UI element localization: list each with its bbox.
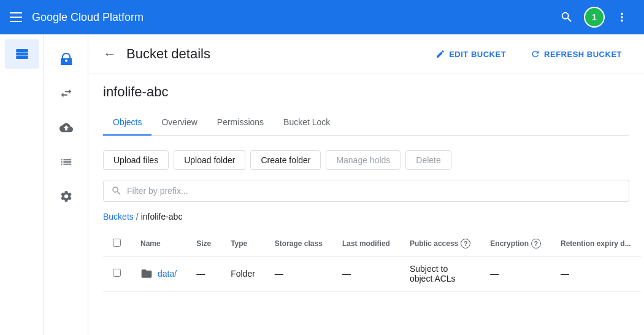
filter-bar (103, 180, 629, 202)
breadcrumb-buckets[interactable]: Buckets (103, 212, 134, 221)
app-title: Google Cloud Platform (32, 11, 545, 24)
breadcrumb: Buckets / infolife-abc (103, 212, 629, 221)
tab-bucket-lock[interactable]: Bucket Lock (274, 110, 340, 136)
main-content: ← Bucket details EDIT BUCKET REFRESH BUC… (88, 34, 644, 335)
top-navigation: Google Cloud Platform 1 (0, 0, 644, 34)
delete-button[interactable]: Delete (405, 150, 451, 170)
tab-permissions[interactable]: Permissions (207, 110, 274, 136)
col-storage-class: Storage class (265, 231, 332, 256)
edit-bucket-button[interactable]: EDIT BUCKET (428, 44, 513, 64)
col-encryption: Encryption ? (480, 231, 551, 256)
file-name-cell: data/ (140, 268, 177, 280)
manage-holds-button[interactable]: Manage holds (326, 150, 401, 170)
col-retention-expiry: Retention expiry d... (551, 231, 641, 256)
folder-icon (140, 268, 153, 280)
create-folder-button[interactable]: Create folder (250, 150, 321, 170)
page-header: ← Bucket details EDIT BUCKET REFRESH BUC… (88, 34, 644, 74)
more-options-icon[interactable] (610, 5, 634, 29)
select-all-checkbox[interactable] (113, 239, 121, 247)
edit-icon (435, 49, 445, 59)
refresh-bucket-button[interactable]: REFRESH BUCKET (523, 44, 629, 64)
file-type: Folder (221, 256, 265, 291)
col-type: Type (221, 231, 265, 256)
file-public-access: Subject to object ACLs (400, 256, 480, 291)
filter-search-icon (111, 185, 122, 196)
refresh-icon (531, 49, 540, 59)
file-storage-class: — (265, 256, 332, 291)
action-button-row: Upload files Upload folder Create folder… (103, 150, 629, 170)
col-last-modified: Last modified (332, 231, 400, 256)
breadcrumb-current: infolife-abc (141, 212, 183, 221)
file-name[interactable]: data/ (158, 269, 177, 279)
tab-bar: Objects Overview Permissions Bucket Lock (103, 110, 629, 136)
sidebar-item-storage[interactable] (5, 39, 39, 69)
col-size: Size (186, 231, 221, 256)
sub-item-bucket[interactable] (52, 44, 81, 74)
upload-folder-button[interactable]: Upload folder (174, 150, 245, 170)
back-button[interactable]: ← (103, 46, 117, 62)
filter-input[interactable] (127, 186, 621, 196)
row-checkbox[interactable] (113, 269, 121, 277)
table-header: Name Size Type Storage class Last modifi… (103, 231, 641, 256)
sub-item-transfer[interactable] (52, 79, 81, 108)
menu-icon[interactable] (10, 12, 22, 22)
objects-table: Name Size Type Storage class Last modifi… (103, 231, 641, 291)
file-encryption: — (480, 256, 551, 291)
tab-objects[interactable]: Objects (103, 110, 151, 136)
user-avatar[interactable]: 1 (584, 7, 605, 28)
bucket-name: infolife-abc (103, 84, 629, 100)
encryption-help-icon[interactable]: ? (531, 239, 541, 248)
tab-overview[interactable]: Overview (151, 110, 207, 136)
search-icon[interactable] (554, 5, 579, 29)
breadcrumb-separator: / (136, 212, 139, 221)
file-retention-expiry: — (551, 256, 641, 291)
top-nav-icons: 1 (554, 5, 634, 29)
sub-item-upload[interactable] (52, 113, 81, 142)
main-layout: ← Bucket details EDIT BUCKET REFRESH BUC… (0, 34, 644, 335)
col-name: Name (131, 231, 186, 256)
table-row: data/ — Folder — — Subject to object ACL… (103, 256, 641, 291)
sub-item-list[interactable] (52, 147, 81, 177)
sub-item-settings[interactable] (52, 182, 81, 211)
public-access-help-icon[interactable]: ? (461, 239, 470, 248)
upload-files-button[interactable]: Upload files (103, 150, 169, 170)
content-area: infolife-abc Objects Overview Permission… (88, 74, 644, 301)
page-title: Bucket details (126, 46, 418, 62)
file-size: — (186, 256, 221, 291)
sidebar (0, 34, 44, 335)
sub-sidebar (44, 34, 88, 335)
col-public-access: Public access ? (400, 231, 480, 256)
file-last-modified: — (332, 256, 400, 291)
